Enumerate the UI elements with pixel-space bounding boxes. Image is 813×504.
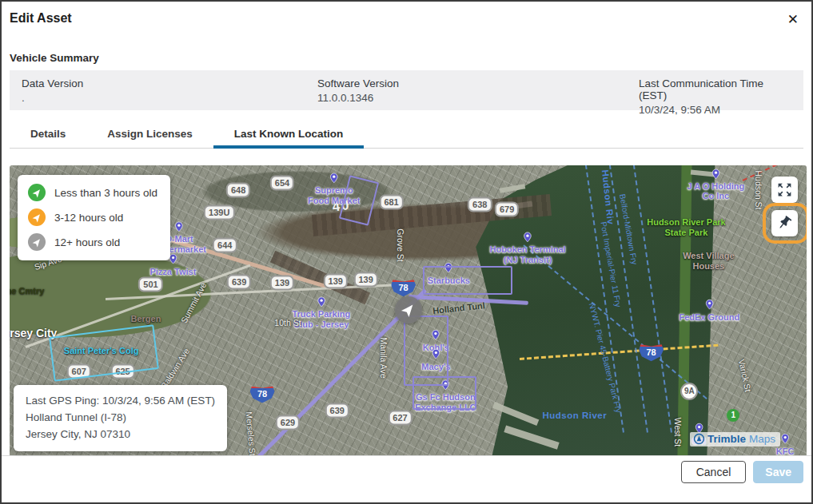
map-label-outline bbox=[404, 315, 448, 386]
tab-bar: Details Assign Licenses Last Known Locat… bbox=[10, 121, 803, 149]
map-pin-icon bbox=[329, 172, 339, 185]
attribution-brand: Trimble bbox=[707, 433, 746, 445]
pushpin-icon bbox=[773, 212, 796, 235]
map-label-subway: 1 bbox=[727, 409, 739, 422]
tab-details[interactable]: Details bbox=[10, 121, 86, 148]
map-label-street: Varick St bbox=[737, 358, 753, 392]
summary-field-last-communication: Last Communication Time (EST) 10/3/24, 9… bbox=[639, 77, 791, 101]
map-label-street: Baldwin Ave bbox=[159, 346, 191, 390]
field-value: 11.0.0.1346 bbox=[317, 92, 639, 104]
edit-asset-dialog: Edit Asset ✕ Vehicle Summary Data Versio… bbox=[0, 0, 813, 504]
map-label-poi: Starbucks bbox=[428, 261, 470, 286]
map-label-outline bbox=[412, 376, 476, 410]
map-pin-icon bbox=[431, 328, 441, 342]
map-label-area: Saint Peter's Colg bbox=[64, 345, 139, 355]
legend-row: 3-12 hours old bbox=[28, 208, 157, 226]
attribution-product: Maps bbox=[749, 433, 775, 445]
legend-status-icon bbox=[28, 233, 46, 251]
map-label-street: Grove St bbox=[395, 228, 405, 261]
map-label-poi: Truck ParkingClub - Jersey bbox=[292, 296, 350, 330]
legend-label: Less than 3 hours old bbox=[54, 187, 157, 199]
map-attribution[interactable]: Trimble Maps bbox=[690, 432, 780, 446]
rail-yard bbox=[270, 251, 370, 305]
field-label: Software Version bbox=[317, 77, 639, 89]
close-icon[interactable]: ✕ bbox=[784, 11, 802, 28]
map-label-area: Bergen bbox=[131, 313, 161, 323]
fullscreen-button[interactable] bbox=[771, 177, 798, 203]
tab-last-known-location[interactable]: Last Known Location bbox=[213, 121, 365, 148]
map-label-poi: Kohl's bbox=[423, 328, 449, 353]
legend-row: 12+ hours old bbox=[28, 233, 157, 251]
map-canvas[interactable]: 648654681638679139U644639139139139501607… bbox=[10, 165, 807, 457]
legend-row: Less than 3 hours old bbox=[28, 184, 157, 201]
map-label-street: Manila Ave bbox=[379, 337, 389, 378]
tab-assign-licenses[interactable]: Assign Licenses bbox=[86, 121, 213, 148]
map-label-shield: 627 bbox=[388, 411, 412, 426]
map-pin-icon bbox=[440, 379, 451, 392]
field-label: Last Communication Time (EST) bbox=[639, 77, 791, 101]
map-label-shield: 654 bbox=[270, 175, 294, 190]
legend-label: 12+ hours old bbox=[54, 236, 120, 248]
map-label-shield: 644 bbox=[213, 238, 237, 253]
dialog-header: Edit Asset ✕ bbox=[2, 2, 811, 28]
vehicle-summary-band: Data Version . Software Version 11.0.0.1… bbox=[10, 70, 803, 110]
map-pin-icon bbox=[444, 261, 454, 275]
road bbox=[25, 264, 250, 348]
map-label-i78: 78 bbox=[250, 383, 275, 403]
map-label-street: Hudson St bbox=[754, 171, 763, 210]
map-label-area: me Cmtry bbox=[10, 286, 44, 296]
legend-status-icon bbox=[28, 208, 46, 226]
gps-ping-location: Holland Tunnel (I-78) bbox=[26, 410, 215, 427]
vehicle-location-marker[interactable] bbox=[395, 296, 422, 323]
map-label-street: Merseles St bbox=[245, 411, 258, 456]
dialog-footer: Cancel Save bbox=[2, 455, 811, 502]
map-label-poi: Gs Fc HudsonExchange LLC bbox=[415, 379, 476, 413]
map-label-poi: Macy's bbox=[421, 347, 450, 371]
fullscreen-icon bbox=[776, 181, 793, 198]
legend-label: 3-12 hours old bbox=[54, 212, 123, 224]
dialog-title: Edit Asset bbox=[10, 11, 72, 26]
map-label-shield: 639 bbox=[227, 275, 251, 290]
gps-ping-time: Last GPS Ping: 10/3/24, 9:56 AM (EST) bbox=[26, 393, 215, 410]
map-label-shield: 639 bbox=[325, 403, 349, 418]
field-label: Data Version bbox=[22, 77, 317, 89]
vehicle-summary-heading: Vehicle Summary bbox=[10, 52, 803, 64]
map-label-shield: 139U bbox=[204, 205, 234, 220]
last-gps-ping-overlay: Last GPS Ping: 10/3/24, 9:56 AM (EST) Ho… bbox=[14, 385, 227, 451]
legend-status-icon bbox=[28, 184, 46, 201]
map-label-shield: 648 bbox=[226, 183, 250, 198]
field-value: . bbox=[22, 92, 317, 104]
map-label-street: 10th St bbox=[274, 318, 301, 327]
save-button[interactable]: Save bbox=[753, 461, 803, 483]
map-label-shield: 607 bbox=[67, 364, 91, 379]
map-pin-icon bbox=[431, 347, 441, 360]
map-pin-icon bbox=[780, 431, 791, 445]
map-label-shield: 501 bbox=[138, 276, 162, 292]
map-controls bbox=[771, 177, 798, 236]
map-label-poi: SupremoFood Market bbox=[308, 172, 360, 206]
map-label-i78: 78 bbox=[391, 276, 416, 296]
summary-field-software-version: Software Version 11.0.0.1346 bbox=[317, 77, 639, 101]
field-value: 10/3/24, 9:56 AM bbox=[639, 104, 791, 116]
map-pin-icon bbox=[174, 220, 185, 234]
map-label-streetDark: Holland Tunl bbox=[432, 300, 486, 315]
map-pin-icon bbox=[316, 296, 326, 309]
map-label-shield: 625 bbox=[110, 364, 134, 379]
center-on-asset-button[interactable] bbox=[771, 210, 798, 236]
age-legend: Less than 3 hours old 3-12 hours old 12+… bbox=[18, 175, 170, 260]
gps-ping-city: Jersey City, NJ 07310 bbox=[26, 427, 215, 443]
summary-field-data-version: Data Version . bbox=[22, 77, 317, 101]
trimble-logo-icon bbox=[693, 433, 705, 445]
cancel-button[interactable]: Cancel bbox=[681, 461, 747, 483]
